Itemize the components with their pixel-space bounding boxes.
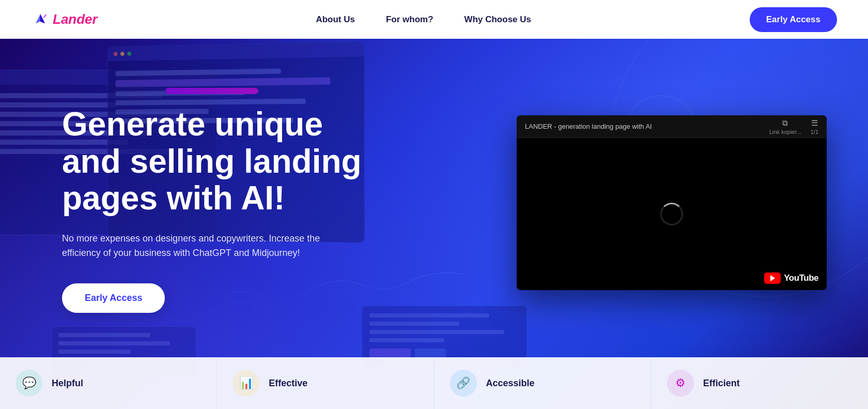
- hero-early-access-button[interactable]: Early Access: [62, 283, 165, 313]
- loading-spinner: [660, 203, 683, 225]
- logo[interactable]: Lander: [31, 10, 98, 29]
- feature-card-accessible: 🔗 Accessible: [435, 357, 652, 409]
- feature-label-helpful: Helpful: [52, 378, 83, 389]
- feature-icon-helpful: 💬: [16, 370, 42, 397]
- video-actions: ⧉ Link kopier... ☰ 1/1: [769, 118, 818, 135]
- nav-about[interactable]: About Us: [316, 14, 355, 25]
- copy-label: Link kopier...: [769, 129, 801, 135]
- feature-icon-efficient: ⚙: [667, 370, 694, 397]
- video-main[interactable]: YouTube: [517, 138, 827, 290]
- nav-why-choose[interactable]: Why Choose Us: [464, 14, 531, 25]
- deco-accent-bar: [165, 88, 258, 94]
- feature-icon-effective: 📊: [233, 370, 259, 397]
- youtube-icon: [764, 272, 781, 284]
- hero-section: Generate unique and selling landing page…: [0, 39, 868, 409]
- youtube-play-icon: [770, 275, 775, 281]
- navbar: Lander About Us For whom? Why Choose Us …: [0, 0, 868, 39]
- nav-links: About Us For whom? Why Choose Us: [316, 14, 531, 25]
- youtube-watermark: YouTube: [764, 272, 818, 284]
- video-list-action[interactable]: ☰ 1/1: [811, 118, 818, 135]
- video-panel: LANDER - generation landing page with AI…: [517, 115, 827, 290]
- feature-cards-row: 💬 Helpful 📊 Effective 🔗 Accessible ⚙ Eff…: [0, 357, 868, 409]
- feature-label-efficient: Efficient: [703, 378, 740, 389]
- video-topbar: LANDER - generation landing page with AI…: [517, 115, 827, 138]
- hero-headline: Generate unique and selling landing page…: [62, 106, 362, 217]
- feature-card-efficient: ⚙ Efficient: [652, 357, 868, 409]
- youtube-text: YouTube: [784, 273, 818, 283]
- feature-card-effective: 📊 Effective: [217, 357, 434, 409]
- nav-early-access-button[interactable]: Early Access: [750, 7, 837, 32]
- video-copy-action[interactable]: ⧉ Link kopier...: [769, 118, 801, 135]
- nav-for-whom[interactable]: For whom?: [386, 14, 433, 25]
- count-label: 1/1: [811, 129, 818, 135]
- copy-icon: ⧉: [782, 118, 788, 128]
- feature-card-helpful: 💬 Helpful: [0, 357, 217, 409]
- feature-icon-accessible: 🔗: [450, 370, 477, 397]
- video-title: LANDER - generation landing page with AI: [525, 123, 652, 130]
- brand-name: Lander: [53, 11, 98, 27]
- hero-content: Generate unique and selling landing page…: [62, 106, 362, 313]
- list-icon: ☰: [811, 118, 818, 128]
- feature-label-effective: Effective: [269, 378, 307, 389]
- feature-label-accessible: Accessible: [486, 378, 535, 389]
- hero-subtext: No more expenses on designers and copywr…: [62, 232, 331, 261]
